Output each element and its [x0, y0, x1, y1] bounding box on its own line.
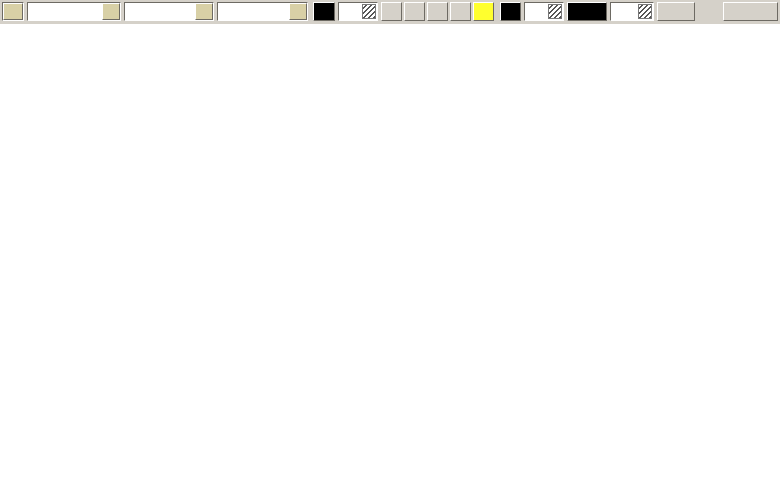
period-day-button[interactable] — [381, 2, 402, 21]
toolbar — [0, 0, 780, 24]
period-tick-button[interactable] — [473, 2, 494, 21]
contract-month-combobox[interactable] — [217, 2, 308, 21]
category-combobox[interactable] — [27, 2, 121, 21]
spinner-icon[interactable] — [548, 4, 562, 19]
oscillator-panel[interactable] — [0, 345, 780, 473]
ashi-interval-value — [339, 3, 361, 20]
bars-count-spinner[interactable] — [610, 2, 654, 21]
tick-count-spinner[interactable] — [524, 2, 564, 21]
category-value — [28, 3, 102, 20]
period-minute-button[interactable] — [450, 2, 471, 21]
main-price-chart[interactable] — [0, 26, 780, 345]
symbol-combobox[interactable] — [124, 2, 214, 21]
tick-count-value — [525, 3, 547, 20]
multi-symbol-button[interactable] — [723, 2, 778, 21]
mini-dropdown[interactable] — [2, 2, 24, 21]
bars-label-button[interactable] — [567, 2, 607, 21]
spinner-icon[interactable] — [362, 4, 376, 19]
chart-application-window — [0, 0, 780, 500]
chevron-down-icon[interactable] — [102, 3, 120, 20]
contract-month-value — [218, 3, 289, 20]
bars-count-value — [611, 3, 637, 20]
apply-button[interactable] — [657, 2, 695, 21]
chevron-down-icon[interactable] — [195, 3, 213, 20]
tick-mode-button[interactable] — [500, 2, 521, 21]
period-week-button[interactable] — [404, 2, 425, 21]
chevron-down-icon[interactable] — [3, 3, 23, 20]
spinner-icon[interactable] — [638, 4, 652, 19]
ashi-interval-spinner[interactable] — [338, 2, 378, 21]
chevron-down-icon[interactable] — [289, 3, 307, 20]
period-month-button[interactable] — [427, 2, 448, 21]
symbol-value — [125, 3, 195, 20]
ashi-type-button[interactable] — [313, 2, 335, 21]
time-axis — [0, 477, 738, 497]
